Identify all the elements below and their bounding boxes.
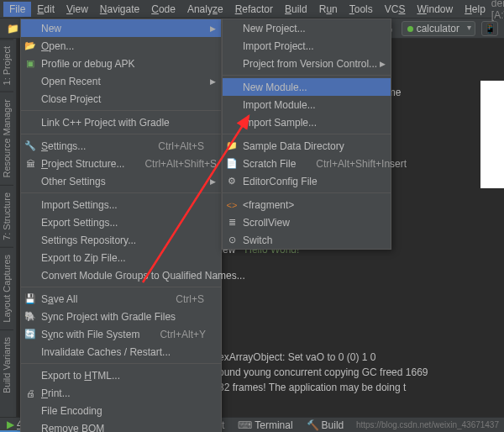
mi-open-recent[interactable]: Open Recent▶ (21, 72, 221, 90)
mi-export-zip[interactable]: Export to Zip File... (21, 249, 221, 266)
project-path-icon: 📁 (6, 22, 19, 35)
console-line: 32 frames! The application may be doing … (218, 380, 504, 395)
mi-project-from-vcs[interactable]: Project from Version Control...▶ (223, 55, 391, 72)
tab-project[interactable]: 1: Project (0, 39, 13, 92)
mi-export-html[interactable]: Export to HTML... (21, 366, 221, 384)
menu-build[interactable]: Build (279, 2, 313, 17)
mi-open[interactable]: 📂Open... (21, 37, 221, 55)
mi-file-encoding: File Encoding (21, 402, 221, 419)
scratch-icon: 📄 (226, 158, 238, 170)
mi-settings-repo[interactable]: Settings Repository... (21, 231, 221, 249)
mi-sync-gradle[interactable]: 🐘Sync Project with Gradle Files (21, 308, 221, 325)
menu-file[interactable]: File (3, 2, 31, 17)
mi-import-module[interactable]: Import Module... (223, 96, 391, 113)
run-console: exArrayObject: Set vaO to 0 (0) 1 0 ound… (218, 350, 504, 395)
menu-help[interactable]: Help (459, 2, 491, 17)
mi-project-structure[interactable]: 🏛Project Structure...Ctrl+Alt+Shift+S (21, 155, 221, 172)
structure-icon: 🏛 (24, 158, 36, 170)
run-config-combo[interactable]: calculator (402, 21, 475, 36)
mi-profile-apk[interactable]: ▣Profile or debug APK (21, 55, 221, 72)
menu-window[interactable]: Window (411, 2, 459, 17)
print-icon: 🖨 (24, 387, 36, 399)
switch-icon: ⊙ (226, 234, 238, 246)
menu-code[interactable]: Code (145, 2, 181, 17)
mi-new-module[interactable]: New Module... (223, 78, 391, 96)
new-submenu: New Project... Import Project... Project… (222, 18, 391, 250)
mi-editorconfig[interactable]: ⚙EditorConfig File (223, 172, 391, 190)
mi-sync-fs[interactable]: 🔄Sync with File SystemCtrl+Alt+Y (21, 325, 221, 343)
folder-icon: 📁 (226, 140, 238, 152)
menu-vcs[interactable]: VCS (379, 2, 412, 17)
mi-link-cpp[interactable]: Link C++ Project with Gradle (21, 113, 221, 131)
mi-sample-data[interactable]: 📁Sample Data Directory (223, 137, 391, 155)
mi-new[interactable]: New▶ (21, 19, 221, 37)
window-title: demo [A:\AndroidStu (491, 0, 504, 21)
mi-close-project[interactable]: Close Project (21, 90, 221, 108)
device-combo-icon[interactable]: 📱 (481, 21, 498, 36)
mi-settings[interactable]: 🔧Settings...Ctrl+Alt+S (21, 137, 221, 155)
tab-layout-captures[interactable]: Layout Captures (0, 247, 13, 329)
mi-scratch-file[interactable]: 📄Scratch FileCtrl+Alt+Shift+Insert (223, 155, 391, 172)
mi-invalidate[interactable]: Invalidate Caches / Restart... (21, 343, 221, 361)
mi-other-settings[interactable]: Other Settings▶ (21, 172, 221, 190)
mi-scrollview[interactable]: ≣ScrollView (223, 213, 391, 231)
sync-gradle-icon: 🐘 (24, 311, 36, 323)
menu-tools[interactable]: Tools (344, 2, 379, 17)
mi-import-settings[interactable]: Import Settings... (21, 196, 221, 213)
mi-export-settings[interactable]: Export Settings... (21, 213, 221, 231)
mi-new-project[interactable]: New Project... (223, 19, 391, 37)
save-icon: 💾 (24, 293, 36, 305)
menu-run[interactable]: Run (313, 2, 344, 17)
tab-resource-manager[interactable]: Resource Manager (0, 92, 13, 185)
console-line: ound young concurrent copying GC freed 1… (218, 365, 504, 380)
mi-convert-groups[interactable]: Convert Module Groups to Qualified Names… (21, 266, 221, 284)
sync-icon: 🔄 (24, 329, 36, 340)
mi-remove-bom: Remove BOM (21, 419, 221, 432)
tab-structure[interactable]: 7: Structure (0, 185, 13, 247)
menu-navigate[interactable]: Navigate (94, 2, 145, 17)
mi-fragment[interactable]: <><fragment> (223, 196, 391, 213)
scrollview-icon: ≣ (226, 217, 238, 229)
console-line: exArrayObject: Set vaO to 0 (0) 1 0 (218, 350, 504, 365)
profile-icon: ▣ (24, 58, 36, 70)
folder-open-icon: 📂 (24, 40, 36, 52)
file-menu: New▶ 📂Open... ▣Profile or debug APK Open… (20, 18, 222, 432)
sb-terminal[interactable]: ⌨ Terminal (231, 419, 299, 431)
menu-refactor[interactable]: Refactor (229, 2, 279, 17)
gear-file-icon: ⚙ (226, 176, 238, 187)
mi-import-sample[interactable]: Import Sample... (223, 113, 391, 131)
tag-icon: <> (226, 199, 238, 211)
watermark: https://blog.csdn.net/weixin_43671437 (356, 420, 504, 429)
menubar: File Edit View Navigate Code Analyze Ref… (0, 0, 504, 18)
play-icon: ▶ (7, 419, 14, 430)
mi-import-project[interactable]: Import Project... (223, 37, 391, 55)
sb-build[interactable]: 🔨 Build (300, 419, 351, 431)
mi-print[interactable]: 🖨Print... (21, 384, 221, 402)
mi-save-all[interactable]: 💾Save AllCtrl+S (21, 290, 221, 308)
tab-build-variants[interactable]: Build Variants (0, 329, 13, 400)
wrench-icon: 🔧 (24, 140, 36, 152)
menu-view[interactable]: View (60, 2, 94, 17)
left-tool-strip: 1: Project Resource Manager 7: Structure… (0, 39, 17, 417)
menu-edit[interactable]: Edit (31, 2, 60, 17)
mi-switch[interactable]: ⊙Switch (223, 231, 391, 249)
menu-analyze[interactable]: Analyze (181, 2, 229, 17)
